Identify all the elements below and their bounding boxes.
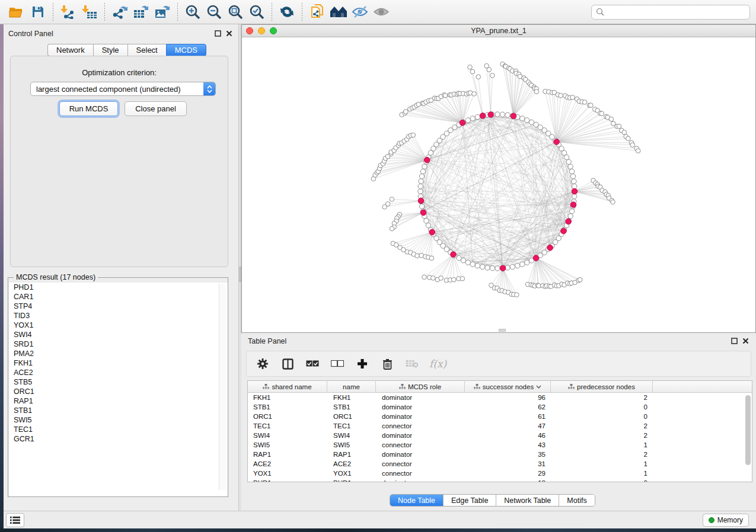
graph-node[interactable] <box>566 159 571 164</box>
graph-leaf-node[interactable] <box>559 93 563 98</box>
graph-dominator-node[interactable] <box>561 228 567 234</box>
graph-node[interactable] <box>424 219 429 223</box>
graph-leaf-node[interactable] <box>416 102 421 107</box>
graph-node[interactable] <box>520 116 525 121</box>
mcds-result-item[interactable]: FKH1 <box>9 358 228 368</box>
mcds-result-item[interactable]: YOX1 <box>9 321 228 330</box>
cell-shared_name[interactable]: ACE2 <box>248 459 327 469</box>
zoom-in-button[interactable] <box>182 2 203 22</box>
graph-node[interactable] <box>572 184 577 188</box>
cell-mcds_role[interactable]: connector <box>376 440 465 450</box>
graph-leaf-node[interactable] <box>589 103 594 108</box>
import-table-button[interactable] <box>79 2 100 22</box>
cell-name[interactable]: SWI4 <box>327 431 376 440</box>
close-window-traffic-light[interactable] <box>246 27 253 34</box>
cell-mcds_role[interactable]: connector <box>376 469 465 478</box>
table-scrollbar[interactable] <box>745 395 751 480</box>
tab-motifs[interactable]: Motifs <box>559 495 594 506</box>
cell-name[interactable]: TEC1 <box>327 421 376 431</box>
table-row-TEC1[interactable]: TEC1TEC1connector472 <box>248 421 752 431</box>
network-window-titlebar[interactable]: YPA_prune.txt_1 <box>242 25 755 37</box>
graph-node[interactable] <box>515 263 519 268</box>
cell-mcds_role[interactable]: connector <box>376 421 465 431</box>
mcds-result-item[interactable]: STP4 <box>9 302 228 311</box>
graph-node[interactable] <box>418 189 423 194</box>
graph-leaf-node[interactable] <box>515 293 519 297</box>
cell-shared_name[interactable]: RAP1 <box>248 450 327 459</box>
cell-name[interactable]: YOX1 <box>327 469 376 478</box>
mcds-result-item[interactable]: PMA2 <box>9 349 228 358</box>
first-neighbors-button[interactable] <box>328 2 349 22</box>
mcds-result-item[interactable]: GCR1 <box>9 434 228 444</box>
graph-node[interactable] <box>485 265 490 270</box>
mcds-result-item[interactable]: STB5 <box>9 377 228 387</box>
graph-leaf-node[interactable] <box>451 277 456 282</box>
graph-node[interactable] <box>568 164 573 169</box>
graph-node[interactable] <box>570 174 575 178</box>
cell-name[interactable]: RAP1 <box>327 450 376 459</box>
cell-mcds_role[interactable]: dominator <box>376 393 465 402</box>
graph-node[interactable] <box>480 264 484 269</box>
export-table-button[interactable] <box>130 2 152 22</box>
graph-dominator-node[interactable] <box>533 255 539 261</box>
cell-name[interactable]: FKH1 <box>327 393 376 402</box>
network-canvas[interactable] <box>242 37 755 329</box>
network-graph[interactable] <box>242 37 755 329</box>
graph-node[interactable] <box>470 116 475 121</box>
graph-leaf-node[interactable] <box>490 73 495 78</box>
cell-successor_nodes[interactable]: 61 <box>465 412 551 421</box>
table-row-ACE2[interactable]: ACE2ACE2connector311 <box>248 459 752 469</box>
import-network-button[interactable] <box>58 2 79 22</box>
refresh-button[interactable] <box>276 2 298 22</box>
graph-leaf-node[interactable] <box>382 204 387 209</box>
sort-indicator-icon[interactable] <box>536 385 541 389</box>
cell-shared_name[interactable]: PHD1 <box>248 478 327 482</box>
graph-leaf-node[interactable] <box>611 200 615 204</box>
cell-successor_nodes[interactable]: 18 <box>465 478 551 482</box>
mcds-result-item[interactable]: CAR1 <box>9 292 228 302</box>
show-log-button[interactable] <box>6 513 24 527</box>
cell-shared_name[interactable]: YOX1 <box>248 469 327 478</box>
cell-shared_name[interactable]: FKH1 <box>248 393 327 402</box>
tab-network-table[interactable]: Network Table <box>496 495 559 506</box>
graph-leaf-node[interactable] <box>472 92 477 97</box>
column-header-MCDS-role[interactable]: MCDS role <box>376 381 465 392</box>
graph-node[interactable] <box>525 260 529 265</box>
mcds-result-item[interactable]: SRD1 <box>9 339 228 349</box>
graph-dominator-node[interactable] <box>418 198 424 204</box>
cell-name[interactable]: SWI5 <box>327 440 376 450</box>
cell-name[interactable]: ACE2 <box>327 459 376 469</box>
graph-dominator-node[interactable] <box>451 252 457 258</box>
graph-node[interactable] <box>525 118 529 123</box>
network-window-resize-grip[interactable] <box>499 329 506 332</box>
graph-dominator-node[interactable] <box>429 229 435 235</box>
run-mcds-button[interactable]: Run MCDS <box>59 101 118 116</box>
graph-node[interactable] <box>490 266 495 271</box>
column-header-shared-name[interactable]: shared name <box>248 381 327 392</box>
graph-node[interactable] <box>470 262 475 267</box>
hide-selected-button[interactable] <box>349 2 371 22</box>
graph-leaf-node[interactable] <box>534 89 539 94</box>
graph-leaf-node[interactable] <box>439 276 444 281</box>
column-header-successor-nodes[interactable]: successor nodes <box>465 381 551 392</box>
mcds-result-item[interactable]: TID3 <box>9 311 228 321</box>
graph-dominator-node[interactable] <box>460 120 465 126</box>
graph-dominator-node[interactable] <box>488 112 494 118</box>
graph-leaf-node[interactable] <box>622 130 627 135</box>
graph-leaf-node[interactable] <box>431 276 436 281</box>
graph-leaf-node[interactable] <box>404 110 409 114</box>
cell-successor_nodes[interactable]: 62 <box>465 402 551 412</box>
graph-leaf-node[interactable] <box>470 69 475 74</box>
mcds-result-item[interactable]: RAP1 <box>9 396 228 406</box>
graph-leaf-node[interactable] <box>626 136 631 141</box>
table-row-SWI5[interactable]: SWI5SWI5connector431 <box>248 440 752 450</box>
table-row-RAP1[interactable]: RAP1RAP1dominator352 <box>248 450 752 459</box>
mcds-result-item[interactable]: SWI4 <box>9 330 228 339</box>
graph-leaf-node[interactable] <box>443 93 448 98</box>
table-settings-button[interactable] <box>255 356 270 371</box>
graph-dominator-node[interactable] <box>554 139 560 145</box>
graph-node[interactable] <box>568 214 573 219</box>
cell-predecessor_nodes[interactable]: 1 <box>551 440 653 450</box>
column-header-name[interactable]: name <box>327 381 376 392</box>
graph-leaf-node[interactable] <box>630 143 635 148</box>
